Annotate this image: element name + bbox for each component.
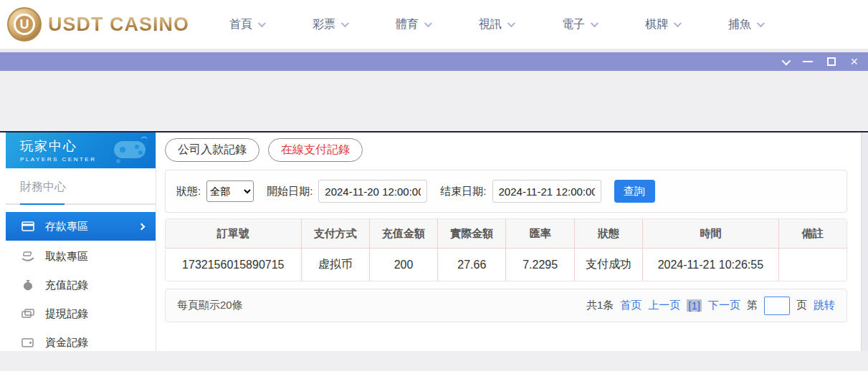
sidebar-item-withdrawal-records[interactable]: 提現記錄 xyxy=(6,299,156,328)
nav-item-slots[interactable]: 電子 xyxy=(562,17,596,32)
logo-text: USDT CASINO xyxy=(48,14,189,36)
main-menu: 首頁 彩票 體育 視訊 電子 棋牌 捕魚 xyxy=(229,17,763,32)
first-page-link[interactable]: 首页 xyxy=(620,299,642,312)
nav-item-live[interactable]: 視訊 xyxy=(479,17,513,32)
chevron-down-icon xyxy=(341,19,349,27)
window-close-icon[interactable]: × xyxy=(850,57,858,66)
sidebar-item-withdraw-zone[interactable]: 取款專區 xyxy=(6,242,156,271)
section-divider xyxy=(6,203,156,205)
cell-actual-amount: 27.66 xyxy=(437,249,505,281)
withdraw-hand-icon xyxy=(22,251,34,262)
sidebar-item-recharge-records[interactable]: 充值記錄 xyxy=(6,271,156,299)
col-remark: 備註 xyxy=(778,219,846,248)
start-date-input[interactable] xyxy=(318,180,427,203)
nav-label: 彩票 xyxy=(313,17,335,32)
nav-label: 捕魚 xyxy=(728,17,751,32)
col-actual-amount: 實際金額 xyxy=(437,219,505,248)
nav-label: 體育 xyxy=(396,17,419,32)
deposit-card-icon xyxy=(22,221,34,232)
cell-order-number: 1732156015890715 xyxy=(166,249,301,281)
workspace-gap xyxy=(0,71,868,131)
window-title-bar: × xyxy=(0,52,868,71)
chevron-down-icon xyxy=(591,19,598,27)
page-jump-input[interactable] xyxy=(764,297,790,315)
start-date-label: 開始日期: xyxy=(267,185,313,198)
site-logo[interactable]: U USDT CASINO xyxy=(7,7,189,42)
total-count-text: 共1条 xyxy=(586,299,614,312)
coin-letter: U xyxy=(14,14,35,35)
finance-center-heading: 財務中心 xyxy=(6,168,156,201)
nav-item-home[interactable]: 首頁 xyxy=(229,17,264,32)
col-exchange-rate: 匯率 xyxy=(505,219,573,248)
cell-status: 支付成功 xyxy=(574,249,642,281)
cell-exchange-rate: 7.2295 xyxy=(505,249,573,281)
moneybag-icon xyxy=(22,279,34,291)
sidebar-item-label: 提現記錄 xyxy=(45,307,88,321)
jump-prefix-label: 第 xyxy=(747,299,758,312)
cell-remark xyxy=(778,249,846,281)
window-collapse-icon[interactable] xyxy=(782,56,791,65)
deposit-records-panel: 公司入款記錄 在線支付記錄 狀態: 全部 開始日期: 结束日期: 查詢 訂單號 … xyxy=(157,132,861,322)
filter-bar: 狀態: 全部 開始日期: 结束日期: 查詢 xyxy=(165,170,847,213)
chevron-down-icon xyxy=(507,19,515,27)
nav-label: 視訊 xyxy=(479,17,502,32)
tab-company-deposit-records[interactable]: 公司入款記錄 xyxy=(165,138,259,162)
chevron-down-icon xyxy=(424,19,432,27)
nav-item-lottery[interactable]: 彩票 xyxy=(313,17,347,32)
chevron-down-icon xyxy=(674,19,682,27)
chevron-right-icon xyxy=(138,223,146,230)
end-date-label: 结束日期: xyxy=(440,185,486,198)
chevron-down-icon xyxy=(258,19,266,27)
cell-payment-method: 虚拟币 xyxy=(301,249,369,281)
nav-label: 棋牌 xyxy=(645,17,668,32)
nav-item-boardgames[interactable]: 棋牌 xyxy=(645,17,679,32)
player-center-sidebar: 玩家中心 PLAYERS CENTER 財務中心 存款專區 取款專區 充值記錄 xyxy=(6,132,156,351)
window-minimize-icon[interactable] xyxy=(803,61,813,62)
cell-time: 2024-11-21 10:26:55 xyxy=(642,249,778,281)
nav-item-sports[interactable]: 體育 xyxy=(396,17,430,32)
sidebar-header: 玩家中心 PLAYERS CENTER xyxy=(6,132,156,168)
cash-icon xyxy=(22,308,34,319)
page-size-text: 每頁顯示20條 xyxy=(177,299,243,312)
sidebar-item-fund-records[interactable]: 資金記錄 xyxy=(6,328,156,357)
wallet-icon xyxy=(22,337,34,348)
records-table: 訂單號 支付方式 充值金額 實際金額 匯率 狀態 時間 備註 173215601… xyxy=(165,218,847,281)
sidebar-item-label: 存款專區 xyxy=(45,220,88,233)
nav-item-fishing[interactable]: 捕魚 xyxy=(728,17,763,32)
table-row: 1732156015890715 虚拟币 200 27.66 7.2295 支付… xyxy=(166,249,846,281)
chevron-down-icon xyxy=(757,19,765,27)
status-label: 狀態: xyxy=(176,185,201,198)
nav-label: 電子 xyxy=(562,17,585,32)
prev-page-link[interactable]: 上一页 xyxy=(648,299,680,312)
cell-recharge-amount: 200 xyxy=(369,249,437,281)
end-date-input[interactable] xyxy=(492,180,601,203)
status-select[interactable]: 全部 xyxy=(206,180,254,202)
col-time: 時間 xyxy=(642,219,778,248)
pagination-bar: 每頁顯示20條 共1条 首页 上一页 [1] 下一页 第 页 跳转 xyxy=(165,289,847,322)
tab-online-payment-records[interactable]: 在線支付記錄 xyxy=(268,138,363,162)
pager: 共1条 首页 上一页 [1] 下一页 第 页 跳转 xyxy=(586,297,835,315)
window-maximize-icon[interactable] xyxy=(827,57,836,66)
sidebar-item-label: 取款專區 xyxy=(45,250,88,264)
nav-label: 首頁 xyxy=(229,17,252,32)
usdt-coin-icon: U xyxy=(7,7,42,42)
jump-action-link[interactable]: 跳转 xyxy=(814,299,835,312)
col-status: 狀態 xyxy=(574,219,642,248)
col-order-number: 訂單號 xyxy=(166,219,301,248)
col-payment-method: 支付方式 xyxy=(301,219,369,248)
record-tabs: 公司入款記錄 在線支付記錄 xyxy=(165,138,847,162)
sidebar-item-label: 充值記錄 xyxy=(45,279,88,292)
table-header-row: 訂單號 支付方式 充值金額 實際金額 匯率 狀態 時間 備註 xyxy=(166,219,846,249)
search-button[interactable]: 查詢 xyxy=(614,180,655,203)
vertical-scrollbar[interactable] xyxy=(861,132,868,351)
gamepad-icon xyxy=(108,135,150,165)
sidebar-item-label: 資金記錄 xyxy=(45,336,88,350)
col-recharge-amount: 充值金額 xyxy=(369,219,437,248)
jump-suffix-label: 页 xyxy=(796,299,807,312)
next-page-link[interactable]: 下一页 xyxy=(708,299,740,312)
current-page-indicator[interactable]: [1] xyxy=(687,299,702,312)
sidebar-item-deposit-zone[interactable]: 存款專區 xyxy=(6,212,156,241)
top-navigation-bar: U USDT CASINO 首頁 彩票 體育 視訊 電子 棋牌 捕魚 xyxy=(0,0,868,49)
